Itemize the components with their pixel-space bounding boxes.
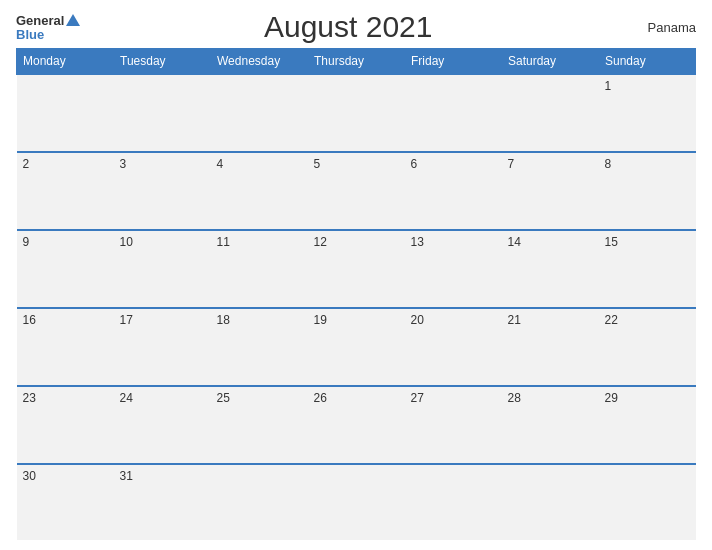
day-number: 27 <box>411 391 424 405</box>
calendar-cell: 4 <box>211 152 308 230</box>
calendar-cell <box>211 74 308 152</box>
day-header-friday: Friday <box>405 49 502 75</box>
day-number: 15 <box>605 235 618 249</box>
logo-general: General <box>16 14 64 27</box>
day-number: 21 <box>508 313 521 327</box>
calendar-cell: 6 <box>405 152 502 230</box>
day-number: 28 <box>508 391 521 405</box>
calendar-cell: 27 <box>405 386 502 464</box>
calendar-cell: 11 <box>211 230 308 308</box>
day-header-sunday: Sunday <box>599 49 696 75</box>
logo-triangle-icon <box>66 14 80 26</box>
day-number: 3 <box>120 157 127 171</box>
calendar-cell: 9 <box>17 230 114 308</box>
day-number: 16 <box>23 313 36 327</box>
calendar-cell: 26 <box>308 386 405 464</box>
calendar-cell <box>308 464 405 540</box>
day-number: 13 <box>411 235 424 249</box>
calendar-cell: 25 <box>211 386 308 464</box>
day-number: 29 <box>605 391 618 405</box>
day-number: 14 <box>508 235 521 249</box>
calendar-header-row: MondayTuesdayWednesdayThursdayFridaySatu… <box>17 49 696 75</box>
logo: General Blue <box>16 14 80 41</box>
calendar-week-row: 16171819202122 <box>17 308 696 386</box>
calendar-cell: 8 <box>599 152 696 230</box>
calendar-cell <box>502 74 599 152</box>
calendar-cell <box>17 74 114 152</box>
calendar-cell <box>405 464 502 540</box>
calendar-cell <box>211 464 308 540</box>
calendar-cell <box>502 464 599 540</box>
day-number: 25 <box>217 391 230 405</box>
calendar-cell: 16 <box>17 308 114 386</box>
calendar: MondayTuesdayWednesdayThursdayFridaySatu… <box>16 48 696 540</box>
day-number: 20 <box>411 313 424 327</box>
day-header-tuesday: Tuesday <box>114 49 211 75</box>
calendar-cell: 29 <box>599 386 696 464</box>
day-number: 1 <box>605 79 612 93</box>
day-number: 2 <box>23 157 30 171</box>
calendar-cell <box>405 74 502 152</box>
day-number: 12 <box>314 235 327 249</box>
day-number: 18 <box>217 313 230 327</box>
calendar-week-row: 3031 <box>17 464 696 540</box>
calendar-cell: 17 <box>114 308 211 386</box>
calendar-cell: 14 <box>502 230 599 308</box>
calendar-week-row: 23242526272829 <box>17 386 696 464</box>
calendar-cell <box>308 74 405 152</box>
top-bar: General Blue August 2021 Panama <box>16 10 696 44</box>
calendar-week-row: 1 <box>17 74 696 152</box>
day-number: 31 <box>120 469 133 483</box>
calendar-cell: 7 <box>502 152 599 230</box>
day-number: 24 <box>120 391 133 405</box>
day-header-wednesday: Wednesday <box>211 49 308 75</box>
calendar-cell: 23 <box>17 386 114 464</box>
calendar-cell: 22 <box>599 308 696 386</box>
calendar-cell: 24 <box>114 386 211 464</box>
calendar-cell <box>114 74 211 152</box>
calendar-week-row: 2345678 <box>17 152 696 230</box>
day-number: 23 <box>23 391 36 405</box>
calendar-cell <box>599 464 696 540</box>
calendar-cell: 1 <box>599 74 696 152</box>
calendar-cell: 2 <box>17 152 114 230</box>
calendar-cell: 15 <box>599 230 696 308</box>
calendar-cell: 30 <box>17 464 114 540</box>
calendar-cell: 5 <box>308 152 405 230</box>
day-number: 30 <box>23 469 36 483</box>
day-number: 11 <box>217 235 230 249</box>
day-header-thursday: Thursday <box>308 49 405 75</box>
day-header-saturday: Saturday <box>502 49 599 75</box>
day-number: 8 <box>605 157 612 171</box>
day-header-monday: Monday <box>17 49 114 75</box>
calendar-cell: 3 <box>114 152 211 230</box>
calendar-cell: 19 <box>308 308 405 386</box>
day-number: 26 <box>314 391 327 405</box>
calendar-cell: 20 <box>405 308 502 386</box>
calendar-cell: 13 <box>405 230 502 308</box>
calendar-cell: 28 <box>502 386 599 464</box>
day-number: 22 <box>605 313 618 327</box>
day-number: 17 <box>120 313 133 327</box>
calendar-cell: 18 <box>211 308 308 386</box>
calendar-cell: 12 <box>308 230 405 308</box>
calendar-cell: 31 <box>114 464 211 540</box>
logo-blue: Blue <box>16 28 44 41</box>
day-number: 19 <box>314 313 327 327</box>
day-number: 9 <box>23 235 30 249</box>
country-label: Panama <box>616 20 696 35</box>
month-title: August 2021 <box>80 10 616 44</box>
calendar-cell: 10 <box>114 230 211 308</box>
day-number: 4 <box>217 157 224 171</box>
day-number: 7 <box>508 157 515 171</box>
day-number: 5 <box>314 157 321 171</box>
day-number: 10 <box>120 235 133 249</box>
calendar-week-row: 9101112131415 <box>17 230 696 308</box>
day-number: 6 <box>411 157 418 171</box>
calendar-cell: 21 <box>502 308 599 386</box>
